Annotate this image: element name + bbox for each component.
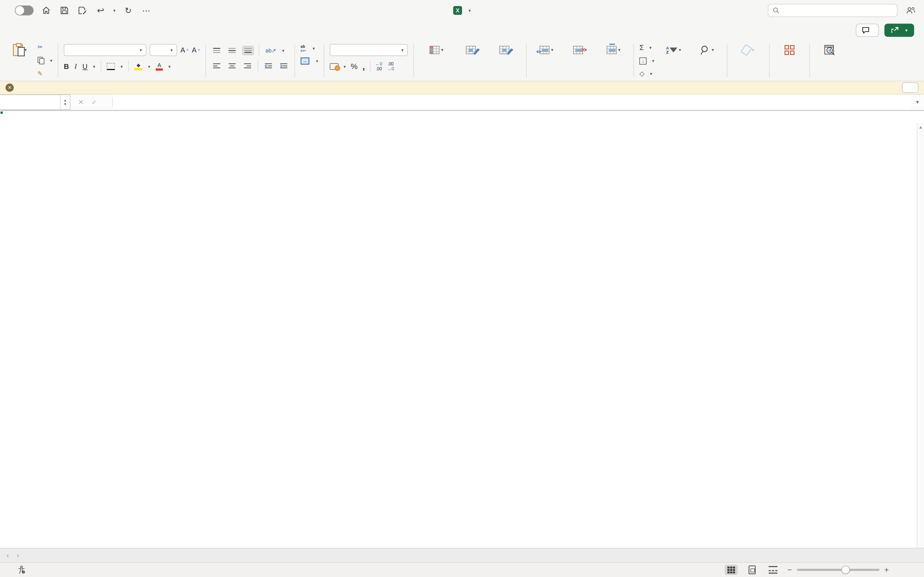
normal-view-button[interactable] bbox=[725, 565, 738, 575]
format-as-table-icon bbox=[466, 46, 476, 54]
presence-people-icon[interactable] bbox=[905, 5, 916, 16]
save-icon[interactable] bbox=[59, 5, 70, 16]
format-cells-button[interactable]: ▾ bbox=[599, 43, 628, 59]
bold-button[interactable]: B bbox=[64, 62, 69, 71]
autosave-toggle[interactable] bbox=[15, 5, 34, 15]
underline-button[interactable]: U bbox=[82, 62, 87, 71]
sheet-grid-area: ▲ bbox=[0, 111, 924, 548]
formula-bar-expand-icon[interactable]: ▼ bbox=[911, 95, 924, 110]
vertical-scrollbar[interactable]: ▲ bbox=[917, 123, 924, 548]
more-commands-icon[interactable]: ⋯ bbox=[141, 5, 152, 16]
name-box[interactable]: ▲▼ bbox=[0, 95, 70, 110]
comments-button[interactable] bbox=[856, 24, 879, 37]
italic-button[interactable]: I bbox=[74, 62, 77, 71]
cell-styles-icon bbox=[499, 46, 509, 54]
formula-bar: ▲▼ ✕ ✓ ▼ bbox=[0, 95, 924, 111]
add-ins-icon bbox=[785, 45, 795, 55]
increase-font-button[interactable]: A˄ bbox=[180, 44, 189, 56]
underline-dropdown-icon[interactable]: ▾ bbox=[93, 64, 95, 69]
fill-icon: ↓ bbox=[640, 57, 646, 64]
copy-button[interactable]: ▾ bbox=[37, 56, 52, 64]
increase-decimal-button[interactable]: ←0.00 bbox=[375, 61, 382, 71]
format-painter-button[interactable]: ✎ bbox=[37, 70, 52, 77]
undo-dropdown-icon[interactable]: ▾ bbox=[113, 8, 115, 13]
page-layout-view-button[interactable] bbox=[746, 565, 759, 575]
share-button[interactable]: ▾ bbox=[884, 24, 914, 37]
percent-style-button[interactable]: % bbox=[351, 62, 357, 71]
document-title-group[interactable]: X ▾ bbox=[453, 6, 471, 15]
fill-button[interactable]: ↓▾ bbox=[640, 57, 654, 64]
cut-button[interactable]: ✂ bbox=[37, 44, 52, 51]
comment-icon bbox=[862, 27, 869, 34]
clear-button[interactable]: ◇▾ bbox=[640, 70, 654, 77]
paste-button[interactable]: ▾ bbox=[5, 43, 34, 78]
font-size-select[interactable]: ▾ bbox=[150, 44, 177, 56]
search-input[interactable] bbox=[783, 6, 893, 14]
align-center-button[interactable] bbox=[227, 62, 237, 70]
sheet-nav-prev-icon[interactable]: ‹ bbox=[3, 551, 12, 560]
align-bottom-button[interactable] bbox=[242, 46, 254, 55]
merge-centre-icon: ↔ bbox=[300, 57, 309, 64]
cancel-entry-icon[interactable]: ✕ bbox=[78, 98, 84, 106]
increase-indent-button[interactable] bbox=[279, 62, 289, 70]
redo-icon[interactable]: ↻ bbox=[123, 5, 134, 16]
analyse-data-button[interactable] bbox=[816, 43, 844, 59]
align-left-button[interactable] bbox=[212, 62, 222, 70]
decrease-font-button[interactable]: A˅ bbox=[192, 44, 200, 56]
copy-icon bbox=[37, 56, 45, 64]
sheet-nav-next-icon[interactable]: › bbox=[13, 551, 23, 560]
restart-now-button[interactable] bbox=[902, 82, 919, 93]
borders-dropdown-icon[interactable]: ▾ bbox=[120, 64, 123, 69]
update-close-icon[interactable]: ✕ bbox=[5, 84, 14, 92]
decrease-indent-button[interactable] bbox=[263, 62, 274, 70]
accounting-format-icon[interactable] bbox=[330, 63, 339, 70]
align-right-button[interactable] bbox=[242, 62, 253, 70]
name-box-spinner[interactable]: ▲▼ bbox=[60, 95, 70, 110]
align-top-button[interactable] bbox=[212, 47, 222, 55]
borders-icon[interactable] bbox=[107, 63, 115, 70]
home-icon[interactable] bbox=[41, 5, 52, 16]
save-as-icon[interactable] bbox=[77, 5, 88, 16]
title-bar: ↩ ▾ ↻ ⋯ X ▾ bbox=[0, 0, 924, 21]
page-break-view-button[interactable] bbox=[766, 565, 780, 575]
ribbon-tab-bar: ▾ bbox=[0, 21, 924, 40]
search-box[interactable] bbox=[768, 4, 898, 17]
align-middle-button[interactable] bbox=[227, 47, 237, 55]
fill-color-button[interactable]: ◆ bbox=[134, 63, 142, 70]
zoom-slider[interactable] bbox=[797, 569, 879, 571]
format-cells-icon bbox=[607, 46, 617, 54]
sheet-tab-bar: ‹ › bbox=[0, 548, 924, 562]
undo-icon[interactable]: ↩ bbox=[95, 5, 106, 16]
comma-style-button[interactable]: , bbox=[362, 61, 365, 72]
orientation-dropdown-icon[interactable]: ▾ bbox=[282, 48, 284, 53]
find-select-icon bbox=[700, 45, 710, 55]
insert-cells-button[interactable]: ⇐▾ bbox=[532, 43, 561, 59]
accessibility-status[interactable]: ! bbox=[18, 566, 29, 574]
decrease-decimal-button[interactable]: .00→0 bbox=[387, 61, 394, 71]
format-as-table-button[interactable]: ▾ bbox=[459, 43, 487, 59]
confirm-entry-icon[interactable]: ✓ bbox=[91, 98, 97, 106]
auto-sum-button[interactable]: Σ▾ bbox=[640, 44, 654, 52]
delete-cells-icon: ✕ bbox=[573, 46, 583, 54]
delete-cells-button[interactable]: ✕▾ bbox=[566, 43, 594, 59]
fill-handle[interactable] bbox=[0, 111, 3, 114]
merge-centre-button[interactable]: ↔ ▾ bbox=[300, 57, 318, 64]
zoom-slider-thumb[interactable] bbox=[842, 566, 850, 574]
cell-styles-button[interactable]: ▾ bbox=[492, 43, 520, 59]
number-format-select[interactable]: ▾ bbox=[330, 44, 408, 56]
formula-input[interactable] bbox=[113, 95, 911, 110]
sort-filter-button[interactable]: AZ▾ bbox=[659, 43, 688, 59]
font-color-button[interactable]: A bbox=[156, 62, 163, 71]
wrap-text-button[interactable]: abc↩ ▾ bbox=[300, 45, 318, 53]
accounting-dropdown-icon[interactable]: ▾ bbox=[344, 64, 346, 69]
font-color-dropdown-icon[interactable]: ▾ bbox=[168, 64, 171, 69]
zoom-out-button[interactable]: − bbox=[787, 566, 792, 574]
add-ins-button[interactable] bbox=[775, 43, 804, 59]
clear-icon: ◇ bbox=[640, 70, 645, 77]
fill-color-dropdown-icon[interactable]: ▾ bbox=[148, 64, 150, 69]
font-family-select[interactable]: ▾ bbox=[64, 44, 146, 56]
conditional-formatting-button[interactable]: ▾ bbox=[419, 43, 454, 59]
find-select-button[interactable]: ▾ bbox=[693, 43, 721, 59]
orientation-button[interactable]: ab↗ bbox=[264, 46, 277, 55]
zoom-in-button[interactable]: + bbox=[884, 566, 889, 574]
